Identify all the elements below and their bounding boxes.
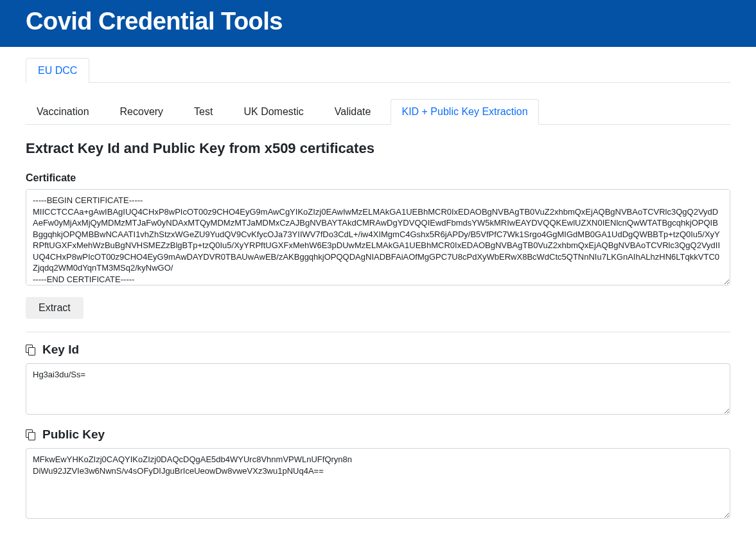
copy-icon[interactable] [26, 429, 36, 440]
key-id-textarea[interactable] [26, 363, 730, 415]
main-container: EU DCC Vaccination Recovery Test UK Dome… [0, 47, 756, 532]
key-id-label: Key Id [42, 343, 79, 357]
certificate-textarea[interactable] [26, 189, 730, 285]
secondary-tabs: Vaccination Recovery Test UK Domestic Va… [26, 98, 730, 125]
tab-recovery[interactable]: Recovery [109, 99, 175, 125]
tab-test[interactable]: Test [183, 99, 224, 125]
tab-kid-public-key-extraction[interactable]: KID + Public Key Extraction [391, 99, 538, 125]
app-header: Covid Credential Tools [0, 0, 756, 47]
tab-vaccination[interactable]: Vaccination [26, 99, 100, 125]
copy-icon[interactable] [26, 345, 36, 355]
public-key-label: Public Key [42, 428, 105, 442]
tab-uk-domestic[interactable]: UK Domestic [233, 99, 314, 125]
certificate-label: Certificate [26, 172, 730, 184]
tab-eu-dcc[interactable]: EU DCC [26, 58, 89, 83]
tab-validate[interactable]: Validate [324, 99, 382, 125]
divider: Key Id [26, 332, 730, 417]
page-heading: Extract Key Id and Public Key from x509 … [26, 140, 730, 157]
primary-tabs: EU DCC [26, 57, 730, 83]
app-title: Covid Credential Tools [26, 8, 730, 35]
public-key-textarea[interactable] [26, 448, 730, 519]
extract-button[interactable]: Extract [26, 297, 84, 319]
